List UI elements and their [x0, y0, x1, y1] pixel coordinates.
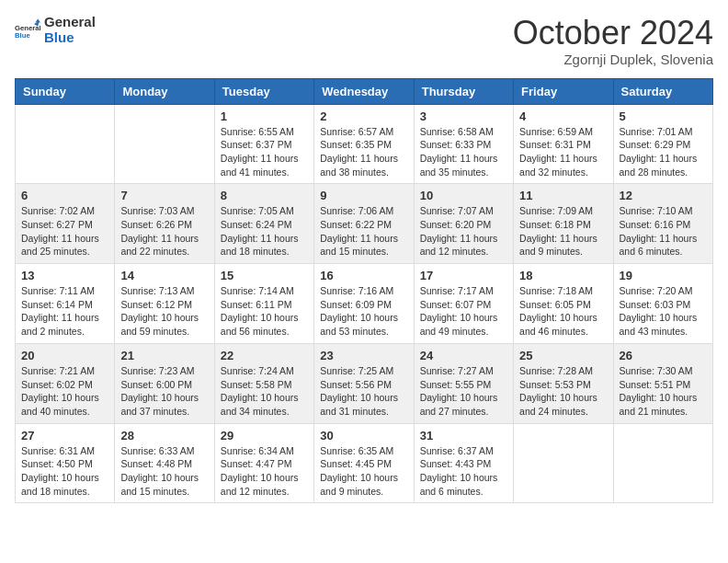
day-info: Sunrise: 7:24 AMSunset: 5:58 PMDaylight:… [221, 364, 308, 419]
day-number: 1 [221, 109, 308, 123]
calendar-cell: 26Sunrise: 7:30 AMSunset: 5:51 PMDayligh… [613, 343, 712, 423]
day-info: Sunrise: 7:30 AMSunset: 5:51 PMDaylight:… [620, 364, 707, 419]
calendar-cell: 25Sunrise: 7:28 AMSunset: 5:53 PMDayligh… [514, 343, 613, 423]
title-block: October 2024 Zgornji Duplek, Slovenia [513, 15, 713, 67]
calendar-cell: 17Sunrise: 7:17 AMSunset: 6:07 PMDayligh… [414, 264, 513, 344]
calendar-cell: 23Sunrise: 7:25 AMSunset: 5:56 PMDayligh… [314, 343, 414, 423]
day-info: Sunrise: 7:10 AMSunset: 6:16 PMDaylight:… [620, 204, 707, 259]
calendar-cell: 29Sunrise: 6:34 AMSunset: 4:47 PMDayligh… [214, 423, 313, 503]
day-number: 20 [21, 349, 108, 362]
day-number: 11 [519, 189, 607, 202]
calendar-cell: 12Sunrise: 7:10 AMSunset: 6:16 PMDayligh… [613, 184, 712, 264]
day-info: Sunrise: 7:21 AMSunset: 6:02 PMDaylight:… [21, 364, 108, 419]
calendar-cell: 16Sunrise: 7:16 AMSunset: 6:09 PMDayligh… [314, 264, 414, 344]
day-info: Sunrise: 7:05 AMSunset: 6:24 PMDaylight:… [221, 204, 308, 259]
calendar-cell: 6Sunrise: 7:02 AMSunset: 6:27 PMDaylight… [16, 184, 115, 264]
calendar-week-2: 6Sunrise: 7:02 AMSunset: 6:27 PMDaylight… [16, 184, 713, 264]
day-info: Sunrise: 6:55 AMSunset: 6:37 PMDaylight:… [221, 125, 308, 179]
calendar-cell: 22Sunrise: 7:24 AMSunset: 5:58 PMDayligh… [214, 343, 313, 423]
calendar-table: SundayMondayTuesdayWednesdayThursdayFrid… [15, 78, 713, 504]
day-number: 9 [320, 189, 407, 202]
day-info: Sunrise: 7:16 AMSunset: 6:09 PMDaylight:… [320, 284, 407, 339]
calendar-cell: 14Sunrise: 7:13 AMSunset: 6:12 PMDayligh… [115, 264, 214, 344]
day-number: 28 [120, 429, 208, 442]
day-number: 13 [21, 269, 108, 282]
day-info: Sunrise: 7:07 AMSunset: 6:20 PMDaylight:… [420, 204, 507, 259]
logo-general: General [44, 15, 96, 30]
day-info: Sunrise: 7:17 AMSunset: 6:07 PMDaylight:… [420, 284, 507, 339]
day-number: 23 [320, 349, 407, 362]
day-number: 10 [420, 189, 507, 202]
day-number: 6 [21, 189, 108, 202]
calendar-week-4: 20Sunrise: 7:21 AMSunset: 6:02 PMDayligh… [16, 343, 713, 423]
day-info: Sunrise: 7:11 AMSunset: 6:14 PMDaylight:… [21, 284, 108, 339]
day-info: Sunrise: 6:33 AMSunset: 4:48 PMDaylight:… [120, 444, 208, 499]
calendar-cell: 2Sunrise: 6:57 AMSunset: 6:35 PMDaylight… [314, 104, 414, 184]
day-number: 19 [620, 269, 707, 282]
day-number: 18 [519, 269, 607, 282]
calendar-week-5: 27Sunrise: 6:31 AMSunset: 4:50 PMDayligh… [16, 423, 713, 503]
weekday-friday: Friday [514, 78, 613, 104]
weekday-monday: Monday [115, 78, 214, 104]
calendar-cell: 19Sunrise: 7:20 AMSunset: 6:03 PMDayligh… [613, 264, 712, 344]
calendar-cell: 24Sunrise: 7:27 AMSunset: 5:55 PMDayligh… [414, 343, 513, 423]
calendar-week-3: 13Sunrise: 7:11 AMSunset: 6:14 PMDayligh… [16, 264, 713, 344]
calendar-cell: 10Sunrise: 7:07 AMSunset: 6:20 PMDayligh… [414, 184, 513, 264]
calendar-cell: 27Sunrise: 6:31 AMSunset: 4:50 PMDayligh… [16, 423, 115, 503]
day-info: Sunrise: 7:13 AMSunset: 6:12 PMDaylight:… [120, 284, 208, 339]
calendar-cell: 5Sunrise: 7:01 AMSunset: 6:29 PMDaylight… [613, 104, 712, 184]
weekday-saturday: Saturday [613, 78, 712, 104]
day-number: 27 [21, 429, 108, 442]
calendar-cell: 8Sunrise: 7:05 AMSunset: 6:24 PMDaylight… [214, 184, 313, 264]
day-info: Sunrise: 6:31 AMSunset: 4:50 PMDaylight:… [21, 444, 108, 499]
weekday-wednesday: Wednesday [314, 78, 414, 104]
calendar-cell: 18Sunrise: 7:18 AMSunset: 6:05 PMDayligh… [514, 264, 613, 344]
calendar-cell: 21Sunrise: 7:23 AMSunset: 6:00 PMDayligh… [115, 343, 214, 423]
weekday-tuesday: Tuesday [214, 78, 313, 104]
calendar-cell: 15Sunrise: 7:14 AMSunset: 6:11 PMDayligh… [214, 264, 313, 344]
day-info: Sunrise: 6:57 AMSunset: 6:35 PMDaylight:… [320, 125, 407, 179]
day-number: 7 [120, 189, 208, 202]
day-info: Sunrise: 7:18 AMSunset: 6:05 PMDaylight:… [519, 284, 607, 339]
day-number: 21 [120, 349, 208, 362]
day-info: Sunrise: 7:02 AMSunset: 6:27 PMDaylight:… [21, 204, 108, 259]
day-number: 22 [221, 349, 308, 362]
day-number: 29 [221, 429, 308, 442]
svg-text:Blue: Blue [15, 31, 30, 40]
day-number: 3 [420, 109, 507, 123]
calendar-cell: 20Sunrise: 7:21 AMSunset: 6:02 PMDayligh… [16, 343, 115, 423]
day-number: 24 [420, 349, 507, 362]
day-number: 25 [519, 349, 607, 362]
day-info: Sunrise: 7:09 AMSunset: 6:18 PMDaylight:… [519, 204, 607, 259]
day-info: Sunrise: 7:27 AMSunset: 5:55 PMDaylight:… [420, 364, 507, 419]
day-number: 12 [620, 189, 707, 202]
calendar-cell: 9Sunrise: 7:06 AMSunset: 6:22 PMDaylight… [314, 184, 414, 264]
calendar-cell [613, 423, 712, 503]
day-number: 31 [420, 429, 507, 442]
calendar-cell: 4Sunrise: 6:59 AMSunset: 6:31 PMDaylight… [514, 104, 613, 184]
day-number: 2 [320, 109, 407, 123]
month-title: October 2024 [513, 15, 713, 52]
weekday-sunday: Sunday [16, 78, 115, 104]
day-info: Sunrise: 6:34 AMSunset: 4:47 PMDaylight:… [221, 444, 308, 499]
logo: General Blue General Blue [15, 15, 96, 45]
weekday-header-row: SundayMondayTuesdayWednesdayThursdayFrid… [16, 78, 713, 104]
calendar-week-1: 1Sunrise: 6:55 AMSunset: 6:37 PMDaylight… [16, 104, 713, 184]
calendar-cell [16, 104, 115, 184]
calendar-cell: 28Sunrise: 6:33 AMSunset: 4:48 PMDayligh… [115, 423, 214, 503]
day-info: Sunrise: 7:28 AMSunset: 5:53 PMDaylight:… [519, 364, 607, 419]
day-info: Sunrise: 6:35 AMSunset: 4:45 PMDaylight:… [320, 444, 407, 499]
calendar-cell [514, 423, 613, 503]
day-number: 4 [519, 109, 607, 123]
day-info: Sunrise: 6:58 AMSunset: 6:33 PMDaylight:… [420, 125, 507, 179]
day-info: Sunrise: 6:37 AMSunset: 4:43 PMDaylight:… [420, 444, 507, 499]
day-info: Sunrise: 7:25 AMSunset: 5:56 PMDaylight:… [320, 364, 407, 419]
calendar-cell: 11Sunrise: 7:09 AMSunset: 6:18 PMDayligh… [514, 184, 613, 264]
day-info: Sunrise: 7:06 AMSunset: 6:22 PMDaylight:… [320, 204, 407, 259]
day-info: Sunrise: 7:14 AMSunset: 6:11 PMDaylight:… [221, 284, 308, 339]
calendar-cell: 1Sunrise: 6:55 AMSunset: 6:37 PMDaylight… [214, 104, 313, 184]
day-info: Sunrise: 7:23 AMSunset: 6:00 PMDaylight:… [120, 364, 208, 419]
page-header: General Blue General Blue October 2024 Z… [15, 15, 713, 67]
day-number: 8 [221, 189, 308, 202]
day-number: 30 [320, 429, 407, 442]
